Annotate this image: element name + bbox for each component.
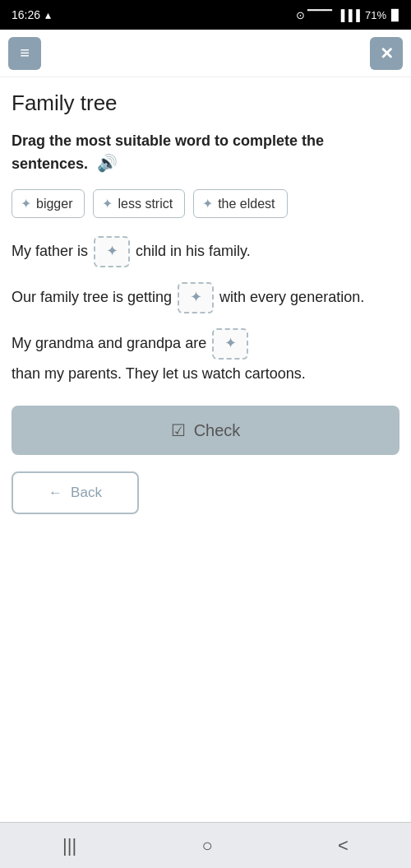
drop-icon-2: ✦ [190,286,202,309]
back-label: Back [71,485,102,501]
drag-icon-bigger: ✦ [21,196,31,211]
drop-icon-3: ✦ [224,332,237,355]
main-content: Family tree Drag the most suitable word … [0,77,411,822]
sentence-2: Our family tree is getting ✦ with every … [12,282,399,313]
drop-box-2[interactable]: ✦ [178,282,214,313]
nav-bar: ≡ ✕ [0,30,411,77]
sentence-3-before: My grandma and grandpa are [12,332,206,355]
chip-bigger-label: bigger [36,197,72,211]
sentence-1: My father is ✦ child in his family. [12,236,399,267]
drop-box-1[interactable]: ✦ [94,236,130,267]
bottom-home-icon: ○ [201,835,212,856]
status-time: 16:26 [12,8,40,21]
chip-bigger[interactable]: ✦ bigger [12,189,85,218]
sentence-3: My grandma and grandpa are ✦ than my par… [12,328,399,386]
sentence-1-before: My father is [12,240,88,263]
sentence-3-after: than my parents. They let us watch carto… [12,363,306,386]
status-bar-left: 16:26 ▴ [12,8,51,21]
chip-the-eldest[interactable]: ✦ the eldest [193,189,287,218]
menu-button[interactable]: ≡ [8,37,41,70]
page-title: Family tree [12,91,399,116]
drag-icon-less-strict: ✦ [102,196,113,211]
bottom-menu-button[interactable]: ||| [46,829,93,863]
word-chips: ✦ bigger ✦ less strict ✦ the eldest [12,189,399,218]
chip-less-strict-label: less strict [118,197,173,211]
status-bar: 16:26 ▴ ⊙︎ ▔▔▔ ▐▐▐ 71% ▉ [0,0,411,30]
wifi-icon: ⊙︎ ▔▔▔ [296,9,333,21]
close-button[interactable]: ✕ [370,37,403,70]
sentences: My father is ✦ child in his family. Our … [12,236,399,386]
sentence-1-after: child in his family. [136,240,251,263]
menu-icon: ≡ [20,44,30,63]
sentence-2-before: Our family tree is getting [12,286,172,309]
instruction: Drag the most suitable word to complete … [12,131,399,174]
bottom-back-icon: < [338,835,349,856]
bottom-home-button[interactable]: ○ [185,829,229,863]
check-icon: ☑ [171,420,186,440]
close-icon: ✕ [380,44,394,63]
drop-box-3[interactable]: ✦ [212,328,248,360]
chip-the-eldest-label: the eldest [218,197,275,211]
bottom-nav: ||| ○ < [0,822,411,868]
signal-icon: ▐▐▐ [337,9,360,21]
battery-level: 71% [365,9,386,21]
check-label: Check [194,421,241,440]
check-button[interactable]: ☑ Check [12,406,399,455]
bottom-back-button[interactable]: < [321,829,365,863]
drop-icon-1: ✦ [106,240,118,263]
chip-less-strict[interactable]: ✦ less strict [93,189,185,218]
back-button[interactable]: ← Back [12,471,139,514]
bottom-menu-icon: ||| [62,835,76,856]
back-arrow-icon: ← [48,485,62,501]
drag-icon-the-eldest: ✦ [202,196,213,211]
upload-icon: ▴ [45,8,51,21]
status-bar-right: ⊙︎ ▔▔▔ ▐▐▐ 71% ▉ [296,9,399,21]
instruction-text: Drag the most suitable word to complete … [12,132,324,172]
battery-icon: ▉ [391,9,399,21]
audio-icon[interactable]: 🔊 [97,151,118,174]
sentence-2-after: with every generation. [219,286,364,309]
